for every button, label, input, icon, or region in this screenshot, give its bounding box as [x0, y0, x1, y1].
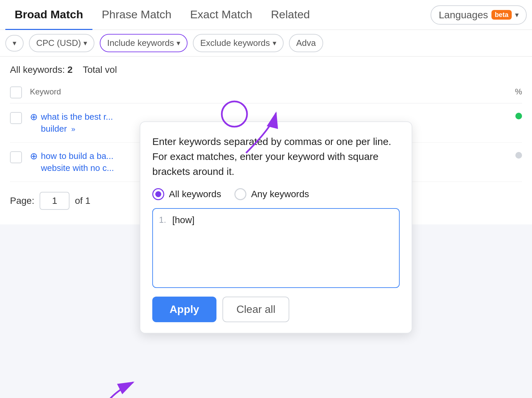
any-keywords-option[interactable]: Any keywords: [234, 188, 309, 200]
include-chevron-icon: ▾: [177, 39, 180, 48]
all-keywords-radio-inner: [155, 191, 161, 197]
annotation-arrow-bottom: [66, 356, 180, 398]
row1-checkbox[interactable]: [10, 112, 22, 124]
status-dot-1: [515, 113, 522, 119]
select-all-checkbox[interactable]: [10, 86, 22, 98]
exclude-keywords-button[interactable]: Exclude keywords ▾: [193, 34, 284, 52]
advanced-filter-button[interactable]: Adva: [289, 34, 323, 52]
exclude-chevron-icon: ▾: [273, 39, 276, 48]
tab-exact-match[interactable]: Exact Match: [181, 0, 262, 30]
all-keywords-radio[interactable]: [152, 188, 164, 200]
match-type-radio-group: All keywords Any keywords: [152, 188, 400, 200]
tab-bar: Broad Match Phrase Match Exact Match Rel…: [0, 0, 532, 30]
advanced-label: Adva: [296, 38, 316, 48]
pct-column-header: %: [482, 87, 522, 96]
textarea-line-1: 1. [how]: [159, 215, 393, 225]
add-keyword-icon[interactable]: ⊕: [30, 111, 38, 122]
keyword-link-1[interactable]: what is the best r...builder »: [41, 111, 113, 135]
beta-badge: beta: [491, 10, 512, 20]
any-keywords-label: Any keywords: [251, 189, 309, 199]
languages-label: Languages: [439, 9, 488, 21]
cpc-filter-button[interactable]: CPC (USD) ▾: [29, 34, 94, 52]
apply-button[interactable]: Apply: [152, 297, 216, 322]
keyword-column-header: Keyword: [30, 87, 482, 96]
tab-broad-match[interactable]: Broad Match: [5, 0, 92, 30]
languages-button[interactable]: Languages beta ▾: [431, 5, 527, 25]
tab-phrase-match[interactable]: Phrase Match: [92, 0, 181, 30]
table-header: Keyword %: [10, 80, 522, 103]
dropdown-description: Enter keywords separated by commas or on…: [152, 134, 400, 179]
line-number: 1.: [159, 215, 169, 225]
keywords-summary-label: All keywords:: [10, 65, 65, 75]
exclude-keywords-label: Exclude keywords: [200, 38, 270, 48]
clear-all-button[interactable]: Clear all: [222, 297, 289, 322]
keyword-link-2[interactable]: how to build a ba...website with no c...: [41, 150, 114, 174]
cpc-label: CPC (USD): [36, 38, 81, 48]
total-volume-label: Total vol: [83, 65, 117, 75]
status-dot-2: [515, 152, 522, 159]
include-keywords-label: Include keywords: [107, 38, 174, 48]
cpc-chevron-icon: ▾: [83, 39, 87, 48]
page-label: Page:: [10, 196, 34, 206]
content-area: All keywords: 2 Total vol Keyword % ⊕ wh…: [0, 57, 532, 224]
include-keywords-button[interactable]: Include keywords ▾: [100, 34, 188, 52]
keywords-count: 2: [67, 65, 73, 75]
volume-filter-button[interactable]: ▾: [5, 35, 24, 52]
any-keywords-radio[interactable]: [234, 188, 246, 200]
all-keywords-label: All keywords: [169, 189, 221, 199]
page-input[interactable]: [40, 192, 69, 210]
volume-chevron-icon: ▾: [13, 39, 16, 48]
filter-bar: ▾ CPC (USD) ▾ Include keywords ▾ Exclude…: [0, 30, 532, 57]
row2-checkbox[interactable]: [10, 151, 22, 163]
keywords-summary: All keywords: 2 Total vol: [10, 65, 522, 75]
add-keyword-icon-2[interactable]: ⊕: [30, 151, 38, 162]
action-buttons: Apply Clear all: [152, 297, 400, 322]
of-label: of 1: [75, 196, 90, 206]
keywords-textarea-container: 1. [how]: [152, 208, 400, 288]
languages-chevron-icon: ▾: [515, 11, 519, 19]
include-keywords-dropdown: Enter keywords separated by commas or on…: [140, 121, 412, 333]
all-keywords-option[interactable]: All keywords: [152, 188, 221, 200]
tab-related[interactable]: Related: [262, 0, 319, 30]
textarea-content[interactable]: [how]: [172, 215, 195, 225]
